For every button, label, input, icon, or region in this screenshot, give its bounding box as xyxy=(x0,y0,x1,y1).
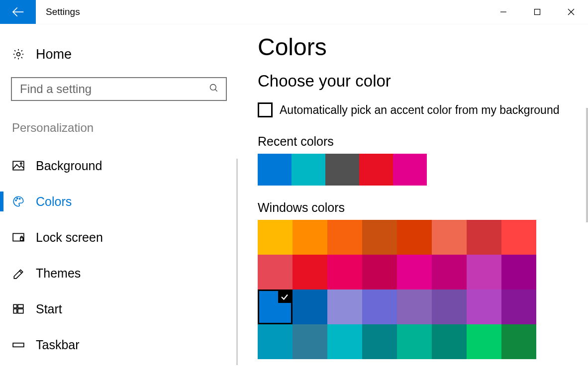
windows-colors-header: Windows colors xyxy=(258,200,578,215)
windows-color-swatch[interactable] xyxy=(362,220,397,255)
windows-color-swatch[interactable] xyxy=(258,255,293,289)
sidebar-item-colors[interactable]: Colors xyxy=(11,184,227,219)
windows-color-swatch[interactable] xyxy=(501,289,536,324)
windows-color-swatch[interactable] xyxy=(362,255,397,289)
auto-pick-label: Automatically pick an accent color from … xyxy=(280,103,559,117)
recent-color-swatch[interactable] xyxy=(393,154,427,186)
search-icon xyxy=(209,83,219,95)
start-icon xyxy=(12,302,25,315)
windows-color-swatch[interactable] xyxy=(467,324,501,359)
recent-color-swatch[interactable] xyxy=(292,154,325,186)
windows-color-swatch[interactable] xyxy=(501,220,536,255)
main-scrollbar[interactable] xyxy=(586,108,588,222)
windows-color-swatch[interactable] xyxy=(432,324,467,359)
auto-pick-checkbox-row[interactable]: Automatically pick an accent color from … xyxy=(258,102,578,117)
windows-color-swatch[interactable] xyxy=(327,324,362,359)
windows-color-swatch[interactable] xyxy=(327,255,362,289)
maximize-button[interactable] xyxy=(520,0,554,24)
windows-color-swatch[interactable] xyxy=(432,220,467,255)
window-title: Settings xyxy=(36,0,80,24)
sidebar-item-label: Lock screen xyxy=(36,230,103,245)
windows-color-swatch[interactable] xyxy=(432,255,467,289)
window-controls xyxy=(487,0,588,24)
windows-color-swatch[interactable] xyxy=(327,220,362,255)
windows-color-swatch[interactable] xyxy=(258,324,293,359)
windows-color-swatch[interactable] xyxy=(327,289,362,324)
sidebar-item-start[interactable]: Start xyxy=(11,291,227,327)
windows-color-swatch[interactable] xyxy=(362,289,397,324)
main-content: Colors Choose your color Automatically p… xyxy=(238,24,588,385)
windows-color-swatch[interactable] xyxy=(501,255,536,289)
svg-point-5 xyxy=(17,53,20,56)
windows-color-swatch[interactable] xyxy=(258,289,293,324)
windows-color-swatch[interactable] xyxy=(467,289,501,324)
maximize-icon xyxy=(534,8,541,15)
sidebar-item-label: Colors xyxy=(36,194,72,209)
svg-point-12 xyxy=(19,198,20,199)
auto-pick-checkbox[interactable] xyxy=(258,102,273,117)
windows-color-swatch[interactable] xyxy=(432,289,467,324)
gear-icon xyxy=(12,48,25,61)
home-button[interactable]: Home xyxy=(11,42,227,66)
svg-rect-16 xyxy=(18,304,23,308)
svg-rect-17 xyxy=(13,309,17,313)
sidebar-item-themes[interactable]: Themes xyxy=(11,255,227,291)
recent-color-swatch[interactable] xyxy=(325,154,359,186)
svg-point-9 xyxy=(20,163,22,164)
windows-color-swatch[interactable] xyxy=(501,324,536,359)
windows-color-swatch[interactable] xyxy=(397,324,432,359)
windows-color-swatch[interactable] xyxy=(293,255,327,289)
sidebar-item-background[interactable]: Background xyxy=(11,148,227,184)
close-button[interactable] xyxy=(554,0,588,24)
sidebar: Home Personalization BackgroundColorsLoc… xyxy=(0,24,238,385)
recent-colors-row xyxy=(258,154,578,186)
nav-list: BackgroundColorsLock screenThemesStartTa… xyxy=(11,148,227,363)
sidebar-item-taskbar[interactable]: Taskbar xyxy=(11,327,227,363)
windows-color-swatch[interactable] xyxy=(467,220,501,255)
sidebar-item-label: Taskbar xyxy=(36,338,80,352)
windows-color-swatch[interactable] xyxy=(258,220,293,255)
search-input[interactable] xyxy=(19,82,209,96)
windows-color-swatch[interactable] xyxy=(397,220,432,255)
svg-line-3 xyxy=(568,9,574,15)
arrow-left-icon xyxy=(10,4,25,19)
search-box[interactable] xyxy=(11,77,227,101)
back-button[interactable] xyxy=(0,0,36,24)
svg-line-7 xyxy=(215,90,217,92)
sidebar-item-lock-screen[interactable]: Lock screen xyxy=(11,219,227,255)
windows-color-swatch[interactable] xyxy=(293,220,327,255)
svg-point-11 xyxy=(17,198,18,199)
windows-color-swatch[interactable] xyxy=(362,324,397,359)
home-label: Home xyxy=(36,47,72,62)
check-icon xyxy=(278,291,291,303)
minimize-button[interactable] xyxy=(487,0,520,24)
svg-rect-18 xyxy=(18,309,23,313)
section-title: Choose your color xyxy=(258,72,578,91)
recent-color-swatch[interactable] xyxy=(359,154,393,186)
titlebar: Settings xyxy=(0,0,588,24)
minimize-icon xyxy=(500,8,507,15)
lock-icon xyxy=(12,231,25,244)
themes-icon xyxy=(12,267,25,280)
picture-icon xyxy=(12,159,25,172)
windows-colors-grid xyxy=(258,220,536,359)
sidebar-item-label: Start xyxy=(36,302,62,316)
taskbar-icon xyxy=(12,338,25,351)
svg-rect-15 xyxy=(13,304,17,308)
category-header: Personalization xyxy=(11,121,227,135)
windows-color-swatch[interactable] xyxy=(293,324,327,359)
palette-icon xyxy=(12,195,25,208)
page-title: Colors xyxy=(258,33,578,61)
windows-color-swatch[interactable] xyxy=(467,255,501,289)
windows-color-swatch[interactable] xyxy=(293,289,327,324)
recent-colors-header: Recent colors xyxy=(258,134,578,149)
svg-line-4 xyxy=(568,9,574,15)
svg-rect-19 xyxy=(13,343,24,347)
windows-color-swatch[interactable] xyxy=(397,289,432,324)
sidebar-item-label: Themes xyxy=(36,266,81,281)
sidebar-item-label: Background xyxy=(36,159,102,173)
svg-rect-2 xyxy=(535,9,540,15)
svg-point-10 xyxy=(15,200,16,201)
recent-color-swatch[interactable] xyxy=(258,154,292,186)
windows-color-swatch[interactable] xyxy=(397,255,432,289)
